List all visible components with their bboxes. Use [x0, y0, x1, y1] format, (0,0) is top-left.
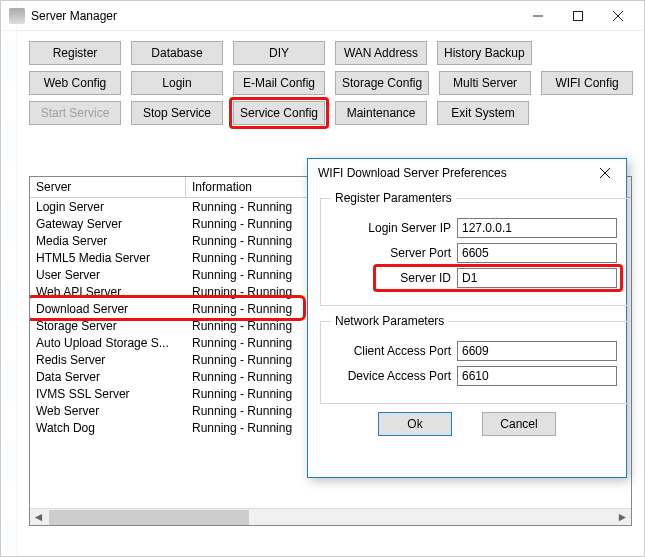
- cell-server: Redis Server: [30, 353, 186, 367]
- cell-server: User Server: [30, 268, 186, 282]
- server-id-input[interactable]: [457, 268, 617, 288]
- cell-server: Watch Dog: [30, 421, 186, 435]
- register-button[interactable]: Register: [29, 41, 121, 65]
- cell-server: Web API Server: [30, 285, 186, 299]
- client-access-port-input[interactable]: [457, 341, 617, 361]
- field-label: Server Port: [331, 246, 451, 260]
- cancel-button[interactable]: Cancel: [482, 412, 556, 436]
- storage-config-button[interactable]: Storage Config: [335, 71, 429, 95]
- field-label: Login Server IP: [331, 221, 451, 235]
- close-button[interactable]: [598, 2, 638, 30]
- device-access-port-input[interactable]: [457, 366, 617, 386]
- cell-server: Data Server: [30, 370, 186, 384]
- scroll-thumb[interactable]: [49, 510, 249, 525]
- hscrollbar[interactable]: ◄ ►: [30, 508, 631, 525]
- multi-server-button[interactable]: Multi Server: [439, 71, 531, 95]
- left-gutter: [1, 1, 17, 556]
- cell-server: Web Server: [30, 404, 186, 418]
- ok-button[interactable]: Ok: [378, 412, 452, 436]
- group-legend: Network Parameters: [331, 314, 448, 328]
- cell-server: Login Server: [30, 200, 186, 214]
- field-label: Client Access Port: [331, 344, 451, 358]
- scroll-right-icon[interactable]: ►: [614, 509, 631, 526]
- start-service-button: Start Service: [29, 101, 121, 125]
- maintenance-button[interactable]: Maintenance: [335, 101, 427, 125]
- app-icon: [9, 8, 25, 24]
- wifi-preferences-dialog: WIFI Download Server Preferences Registe…: [307, 158, 627, 478]
- network-params-group: Network Parameters Client Access PortDev…: [320, 314, 628, 404]
- dialog-close-button[interactable]: [590, 161, 620, 185]
- cell-server: Download Server: [30, 302, 186, 316]
- register-params-group: Register Paramenters Login Server IPServ…: [320, 191, 628, 306]
- group-legend: Register Paramenters: [331, 191, 456, 205]
- exit-system-button[interactable]: Exit System: [437, 101, 529, 125]
- e-mail-config-button[interactable]: E-Mail Config: [233, 71, 325, 95]
- window-title: Server Manager: [31, 9, 518, 23]
- login-server-ip-input[interactable]: [457, 218, 617, 238]
- cell-server: Auto Upload Storage S...: [30, 336, 186, 350]
- wan-address-button[interactable]: WAN Address: [335, 41, 427, 65]
- database-button[interactable]: Database: [131, 41, 223, 65]
- field-label: Device Access Port: [331, 369, 451, 383]
- web-config-button[interactable]: Web Config: [29, 71, 121, 95]
- minimize-button[interactable]: [518, 2, 558, 30]
- svg-rect-0: [574, 11, 583, 20]
- dialog-title: WIFI Download Server Preferences: [318, 166, 590, 180]
- history-backup-button[interactable]: History Backup: [437, 41, 532, 65]
- stop-service-button[interactable]: Stop Service: [131, 101, 223, 125]
- cell-server: HTML5 Media Server: [30, 251, 186, 265]
- field-label: Server ID: [331, 271, 451, 285]
- service-config-button[interactable]: Service Config: [233, 101, 325, 125]
- titlebar: Server Manager: [1, 1, 644, 31]
- wifi-config-button[interactable]: WIFI Config: [541, 71, 633, 95]
- cell-server: Gateway Server: [30, 217, 186, 231]
- login-button[interactable]: Login: [131, 71, 223, 95]
- toolbar: RegisterDatabaseDIYWAN AddressHistory Ba…: [1, 31, 644, 135]
- maximize-button[interactable]: [558, 2, 598, 30]
- cell-server: Media Server: [30, 234, 186, 248]
- diy-button[interactable]: DIY: [233, 41, 325, 65]
- server-port-input[interactable]: [457, 243, 617, 263]
- cell-server: Storage Server: [30, 319, 186, 333]
- scroll-left-icon[interactable]: ◄: [30, 509, 47, 526]
- col-server[interactable]: Server: [30, 177, 186, 197]
- cell-server: IVMS SSL Server: [30, 387, 186, 401]
